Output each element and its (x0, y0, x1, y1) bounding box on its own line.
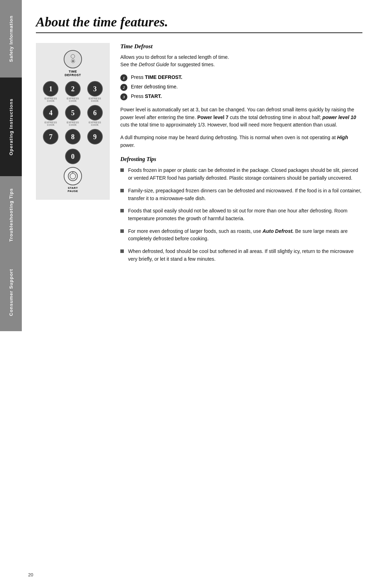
key-6-circle: 6 (87, 105, 103, 120)
sidebar-tab-consumer[interactable]: Consumer Support (0, 254, 22, 331)
steps-list: 1 Press TIME DEFROST. 2 Enter defrosting… (120, 74, 362, 100)
key-4-circle: 4 (43, 105, 58, 120)
tips-section: Defrosting Tips Foods frozen in paper or… (120, 156, 362, 263)
key-6-label: EXPRESS COOK (85, 121, 104, 126)
step-2-num: 2 (120, 84, 127, 91)
step-3: 3 Press START. (120, 93, 362, 100)
intro-line1: Allows you to defrost for a selected len… (120, 54, 229, 60)
key-7-circle: 7 (43, 129, 58, 144)
main-content: About the time features. ✳ TIMEDEFROST 1… (22, 0, 380, 588)
key-5[interactable]: 5 EXPRESS COOK (63, 105, 83, 126)
svg-point-1 (70, 173, 76, 179)
content-row: ✳ TIMEDEFROST 1 EXPRESS COOK 2 EXPRESS C… (36, 43, 362, 268)
step-3-bold: START. (145, 93, 162, 99)
power-level-7: Power level 7 (197, 114, 229, 120)
keypad-panel: ✳ TIMEDEFROST 1 EXPRESS COOK 2 EXPRESS C… (36, 43, 110, 200)
tip-4-text: For more even defrosting of larger foods… (128, 228, 362, 243)
page-title: About the time features. (36, 14, 362, 30)
body-para-2: A dull thumping noise may be heard durin… (120, 134, 362, 149)
section-heading: Time Defrost (120, 43, 362, 50)
intro-text: Allows you to defrost for a selected len… (120, 54, 362, 68)
power-level-10: power level 10 (322, 114, 356, 120)
key-9-circle: 9 (87, 129, 103, 144)
sidebar: Safety Information Operating Instruction… (0, 0, 22, 588)
key-0-circle: 0 (65, 149, 81, 164)
keypad-grid: 1 EXPRESS COOK 2 EXPRESS COOK 3 EXPRESS … (41, 81, 104, 145)
tip-1-text: Foods frozen in paper or plastic can be … (128, 167, 362, 182)
step-2-text: Enter defrosting time. (131, 83, 178, 91)
time-defrost-icon: ✳ (64, 50, 82, 68)
tip-5: When defrosted, food should be cool but … (120, 248, 362, 263)
step-3-text: Press START. (131, 93, 162, 100)
sidebar-tab-troubleshooting[interactable]: Troubleshooting Tips (0, 176, 22, 254)
tips-heading: Defrosting Tips (120, 156, 362, 162)
key-1-circle: 1 (43, 81, 58, 97)
key-5-circle: 5 (65, 105, 81, 120)
key-7[interactable]: 7 (41, 129, 61, 145)
start-circle (64, 167, 82, 185)
key-8-circle: 8 (65, 129, 81, 144)
key-0[interactable]: 0 (65, 149, 81, 164)
start-label: STARTPAUSE (68, 186, 78, 193)
auto-defrost-text: Auto Defrost. (262, 228, 294, 234)
body-para-1: Power level is automatically set at 3, b… (120, 106, 362, 129)
step-2: 2 Enter defrosting time. (120, 83, 362, 91)
step-1-num: 1 (120, 74, 127, 81)
tip-5-text: When defrosted, food should be cool but … (128, 248, 362, 263)
key-4[interactable]: 4 EXPRESS COOK (41, 105, 61, 126)
tip-5-bullet (120, 249, 124, 253)
key-3-label: EXPRESS COOK (85, 97, 104, 102)
tip-4: For more even defrosting of larger foods… (120, 228, 362, 243)
key-4-label: EXPRESS COOK (41, 121, 61, 126)
right-column: Time Defrost Allows you to defrost for a… (120, 43, 362, 268)
key-3-circle: 3 (87, 81, 103, 97)
key-1-label: EXPRESS COOK (41, 97, 61, 102)
tip-1: Foods frozen in paper or plastic can be … (120, 167, 362, 182)
tip-1-bullet (120, 168, 124, 172)
key-start[interactable]: STARTPAUSE (64, 167, 82, 193)
tip-3: Foods that spoil easily should not be al… (120, 207, 362, 222)
step-1: 1 Press TIME DEFROST. (120, 74, 362, 81)
high-power-text: High (337, 135, 348, 140)
page-number: 20 (28, 572, 33, 577)
time-defrost-label: TIMEDEFROST (65, 70, 81, 77)
tip-2: Family-size, prepackaged frozen dinners … (120, 187, 362, 202)
key-2-label: EXPRESS COOK (63, 97, 83, 102)
key-5-label: EXPRESS COOK (63, 121, 83, 126)
key-2[interactable]: 2 EXPRESS COOK (63, 81, 83, 102)
step-3-num: 3 (120, 93, 127, 100)
key-8[interactable]: 8 (63, 129, 83, 145)
tip-3-text: Foods that spoil easily should not be al… (128, 207, 362, 222)
sidebar-tab-operating[interactable]: Operating Instructions (0, 78, 22, 176)
sidebar-tab-safety[interactable]: Safety Information (0, 0, 22, 78)
key-1[interactable]: 1 EXPRESS COOK (41, 81, 61, 102)
key-6[interactable]: 6 EXPRESS COOK (85, 105, 104, 126)
key-2-circle: 2 (65, 81, 81, 97)
tip-4-bullet (120, 229, 124, 233)
title-divider (36, 32, 362, 33)
key-9[interactable]: 9 (85, 129, 104, 145)
step-1-bold: TIME DEFROST. (145, 74, 183, 80)
step-1-text: Press TIME DEFROST. (131, 74, 182, 81)
tip-2-text: Family-size, prepackaged frozen dinners … (128, 187, 362, 202)
key-3[interactable]: 3 EXPRESS COOK (85, 81, 104, 102)
time-defrost-button[interactable]: ✳ TIMEDEFROST (64, 50, 82, 77)
tip-2-bullet (120, 189, 124, 192)
intro-guide: Defrost Guide (139, 62, 169, 67)
tip-3-bullet (120, 209, 124, 212)
